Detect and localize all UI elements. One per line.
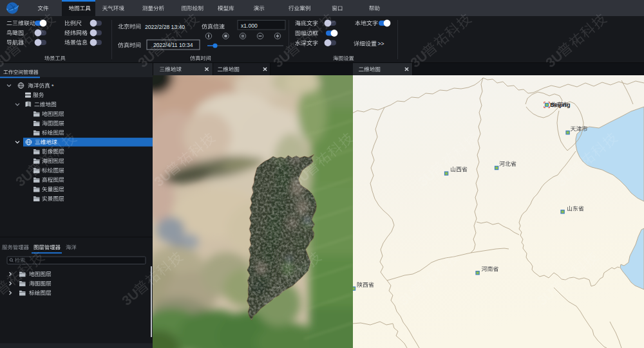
svg-text:Beijing: Beijing <box>550 101 571 108</box>
svg-text:x1.000: x1.000 <box>241 23 258 29</box>
svg-text:*: * <box>52 83 54 89</box>
svg-text:>>: >> <box>378 41 384 47</box>
